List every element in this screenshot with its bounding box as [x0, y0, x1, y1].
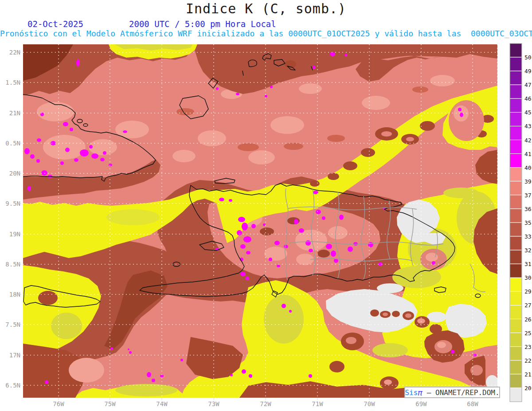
colorbar-label: 27.8	[524, 302, 532, 309]
lat-label: 7.5N	[5, 321, 20, 328]
colorbar-segment	[510, 195, 522, 209]
colorbar-label: 50	[524, 54, 532, 61]
colorbar-segment	[510, 347, 522, 360]
lat-label: 0.5N	[5, 140, 20, 147]
lon-label: 68W	[467, 400, 478, 407]
colorbar-label: 43.9	[524, 123, 532, 129]
colorbar-segment	[510, 57, 522, 71]
colorbar-segment	[510, 223, 522, 236]
colorbar-segment	[510, 85, 522, 98]
colorbar-label: 40	[524, 164, 532, 171]
colorbar-segment	[510, 360, 522, 374]
lat-label: 9.5N	[5, 200, 20, 207]
colorbar-segment	[510, 374, 522, 388]
weather-map-figure: Indice K (C, somb.) 02-Oct-2025 2000 UTC…	[0, 0, 532, 411]
colorbar-label: 47.8	[524, 82, 532, 88]
colorbar-segment	[510, 319, 522, 333]
colorbar-label: 29.1	[524, 288, 532, 295]
colorbar-segment	[510, 209, 522, 223]
colorbar-label: 25.2	[524, 330, 532, 337]
colorbar-label: 46.5	[524, 95, 532, 102]
colorbar-label: 36.5	[524, 206, 532, 212]
pi-icon: π	[418, 388, 422, 397]
kindex-contour-field	[18, 44, 498, 398]
olive-band-feather	[106, 209, 160, 225]
colorbar-segment	[510, 140, 522, 154]
colorbar-segment	[510, 264, 522, 278]
colorbar-label: 42.6	[524, 137, 532, 144]
lon-label: 72W	[260, 400, 271, 407]
lon-label: 74W	[156, 400, 168, 407]
lat-label: 1.5N	[5, 79, 20, 86]
colorbar-label: 30	[524, 274, 532, 281]
colorbar: 5049.147.846.545.243.942.641.34039.137.8…	[510, 43, 532, 402]
lon-label: 69W	[415, 400, 427, 407]
colorbar-segment	[510, 112, 522, 126]
colorbar-segment	[510, 333, 522, 347]
colorbar-segment	[510, 236, 522, 250]
lon-label: 70W	[364, 400, 375, 407]
lon-label: 75W	[104, 400, 116, 407]
colorbar-label: 22.6	[524, 357, 532, 364]
lon-label: 76W	[53, 400, 64, 407]
colorbar-label: 49.1	[524, 68, 532, 74]
lon-label: 71W	[312, 400, 323, 407]
colorbar-label: 45.2	[524, 109, 532, 116]
watermark-brand: Sis	[405, 388, 418, 397]
colorbar-segment	[510, 388, 522, 402]
lat-label: 8.5N	[5, 261, 20, 268]
colorbar-segment	[510, 168, 522, 181]
colorbar-label: 35.2	[524, 219, 532, 226]
colorbar-label: 20	[524, 385, 532, 391]
colorbar-label: 37.8	[524, 192, 532, 199]
lat-label: 6.5N	[5, 382, 20, 389]
lon-label: 73W	[208, 400, 219, 407]
colorbar-segment	[510, 291, 522, 305]
colorbar-segment	[510, 250, 522, 264]
colorbar-label: 32.6	[524, 247, 532, 254]
map-canvas: 22N1.5N21N0.5N20N9.5N19N8.5N18N7.5N17N6.…	[0, 0, 532, 411]
colorbar-segment	[510, 305, 522, 319]
colorbar-segment	[510, 71, 522, 85]
colorbar-segment	[510, 126, 522, 140]
colorbar-segment	[510, 181, 522, 195]
colorbar-segment	[510, 98, 522, 112]
colorbar-label: 41.3	[524, 151, 532, 157]
colorbar-label: 21.3	[524, 371, 532, 378]
colorbar-label: 26.5	[524, 316, 532, 323]
watermark-org: – ONAMET/REP.DOM.	[422, 388, 499, 397]
watermark-box: Sisπ – ONAMET/REP.DOM.	[404, 387, 500, 398]
colorbar-label: 33.9	[524, 233, 532, 240]
colorbar-segment	[510, 43, 522, 57]
colorbar-segment	[510, 154, 522, 168]
colorbar-label: 39.1	[524, 178, 532, 185]
colorbar-label: 31.3	[524, 261, 532, 267]
colorbar-label: 23.9	[524, 344, 532, 350]
colorbar-segment	[510, 278, 522, 291]
